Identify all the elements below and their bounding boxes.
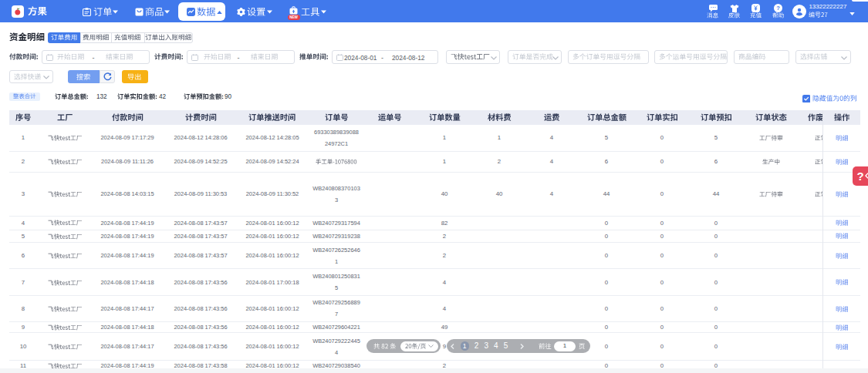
svg-text:?: ? [776, 5, 780, 12]
